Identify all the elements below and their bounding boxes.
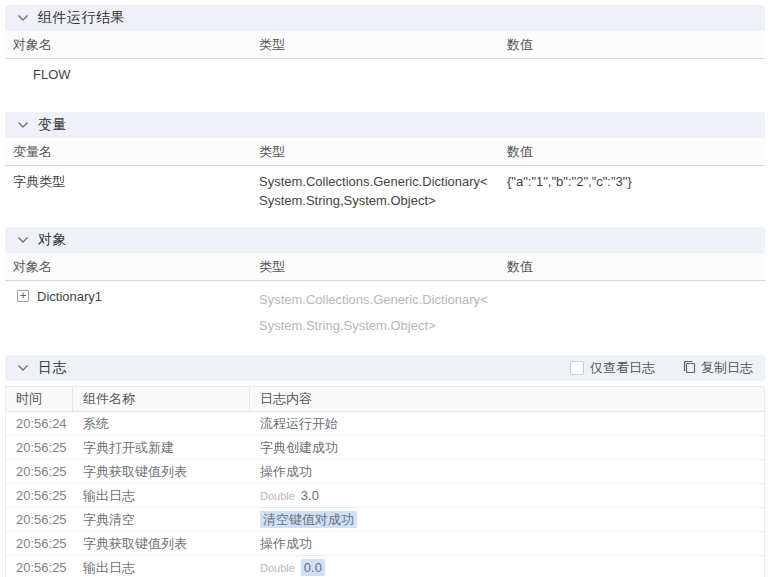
log-content: Double0.0 xyxy=(250,560,764,575)
section-logs: 日志 仅查看日志 复制日志 时间 组件名称 日志内容 20:56:2 xyxy=(5,355,765,577)
column-header-type: 类型 xyxy=(259,258,507,276)
column-header-row: 对象名 类型 数值 xyxy=(5,31,765,59)
object-value xyxy=(507,65,765,84)
column-header-row: 变量名 类型 数值 xyxy=(5,138,765,166)
column-header-type: 类型 xyxy=(259,36,507,54)
log-header-row: 时间 组件名称 日志内容 xyxy=(6,386,764,412)
copy-logs-label: 复制日志 xyxy=(701,359,753,377)
log-table: 时间 组件名称 日志内容 20:56:24 系统 流程运行开始 20:56:25… xyxy=(5,386,765,577)
section-title: 对象 xyxy=(38,231,67,249)
log-content: 操作成功 xyxy=(250,463,764,481)
column-header-row: 对象名 类型 数值 xyxy=(5,253,765,281)
log-time: 20:56:25 xyxy=(6,560,73,575)
log-time: 20:56:25 xyxy=(6,440,73,455)
chevron-down-icon xyxy=(17,14,29,22)
log-time: 20:56:24 xyxy=(6,416,73,431)
log-time: 20:56:25 xyxy=(6,488,73,503)
value-type-label: Double xyxy=(260,562,295,574)
object-type xyxy=(259,65,507,84)
chevron-down-icon xyxy=(17,121,29,129)
log-component: 字典获取键值列表 xyxy=(73,535,250,553)
log-content: 清空键值对成功 xyxy=(250,511,764,529)
copy-logs-button[interactable]: 复制日志 xyxy=(683,359,753,377)
log-content-value: 3.0 xyxy=(301,488,319,503)
log-content-highlighted: 0.0 xyxy=(301,559,325,576)
table-row: + Dictionary1 System.Collections.Generic… xyxy=(5,281,765,345)
log-row: 20:56:25 输出日志 Double3.0 xyxy=(6,484,764,508)
column-header-value: 数值 xyxy=(507,143,765,161)
column-header-name: 变量名 xyxy=(5,143,259,161)
section-header-component-result[interactable]: 组件运行结果 xyxy=(5,5,765,31)
log-time: 20:56:25 xyxy=(6,464,73,479)
log-row: 20:56:25 字典清空 清空键值对成功 xyxy=(6,508,764,532)
log-row: 20:56:25 字典获取键值列表 操作成功 xyxy=(6,532,764,556)
section-component-result: 组件运行结果 对象名 类型 数值 FLOW xyxy=(5,5,765,90)
column-header-component: 组件名称 xyxy=(73,387,250,411)
variable-value: {"a":"1","b":"2","c":"3"} xyxy=(507,172,765,210)
column-header-value: 数值 xyxy=(507,36,765,54)
table-row: 字典类型 System.Collections.Generic.Dictiona… xyxy=(5,166,765,216)
variable-type: System.Collections.Generic.Dictionary<Sy… xyxy=(259,172,507,210)
value-type-label: Double xyxy=(260,490,295,502)
log-content: 字典创建成功 xyxy=(250,439,764,457)
section-title: 变量 xyxy=(38,116,67,134)
log-content-highlighted: 清空键值对成功 xyxy=(260,511,357,528)
column-header-name: 对象名 xyxy=(5,258,259,276)
log-row: 20:56:25 输出日志 Double0.0 xyxy=(6,556,764,577)
log-component: 输出日志 xyxy=(73,487,250,505)
column-header-type: 类型 xyxy=(259,143,507,161)
table-row: FLOW xyxy=(5,59,765,90)
log-component: 字典清空 xyxy=(73,511,250,529)
log-row: 20:56:25 字典打开或新建 字典创建成功 xyxy=(6,436,764,460)
log-row: 20:56:25 字典获取键值列表 操作成功 xyxy=(6,460,764,484)
object-name: Dictionary1 xyxy=(37,287,102,306)
log-content: 操作成功 xyxy=(250,535,764,553)
log-component: 字典打开或新建 xyxy=(73,439,250,457)
log-component: 字典获取键值列表 xyxy=(73,463,250,481)
section-title: 组件运行结果 xyxy=(38,9,125,27)
only-logs-checkbox[interactable] xyxy=(570,361,584,375)
column-header-time: 时间 xyxy=(6,387,73,411)
debug-panel: 组件运行结果 对象名 类型 数值 FLOW 变量 变量名 类型 数值 字典类型 xyxy=(0,0,770,577)
log-component: 系统 xyxy=(73,415,250,433)
log-content: Double3.0 xyxy=(250,488,764,503)
section-header-objects[interactable]: 对象 xyxy=(5,227,765,253)
expand-plus-icon[interactable]: + xyxy=(17,290,29,302)
section-header-logs[interactable]: 日志 仅查看日志 复制日志 xyxy=(5,355,765,381)
object-value xyxy=(507,287,765,339)
column-header-name: 对象名 xyxy=(5,36,259,54)
section-header-variables[interactable]: 变量 xyxy=(5,112,765,138)
chevron-down-icon xyxy=(17,236,29,244)
column-header-content: 日志内容 xyxy=(250,390,764,408)
log-row: 20:56:24 系统 流程运行开始 xyxy=(6,412,764,436)
log-time: 20:56:25 xyxy=(6,536,73,551)
log-time: 20:56:25 xyxy=(6,512,73,527)
chevron-down-icon xyxy=(17,364,29,372)
copy-icon xyxy=(683,360,696,377)
log-content: 流程运行开始 xyxy=(250,415,764,433)
log-component: 输出日志 xyxy=(73,559,250,577)
column-header-value: 数值 xyxy=(507,258,765,276)
section-title: 日志 xyxy=(38,359,67,377)
section-objects: 对象 对象名 类型 数值 + Dictionary1 System.Collec… xyxy=(5,227,765,345)
object-type: System.Collections.Generic.Dictionary<Sy… xyxy=(259,287,507,339)
variable-name: 字典类型 xyxy=(5,172,259,210)
section-variables: 变量 变量名 类型 数值 字典类型 System.Collections.Gen… xyxy=(5,112,765,216)
object-name: FLOW xyxy=(5,65,259,84)
only-logs-label[interactable]: 仅查看日志 xyxy=(590,359,655,377)
